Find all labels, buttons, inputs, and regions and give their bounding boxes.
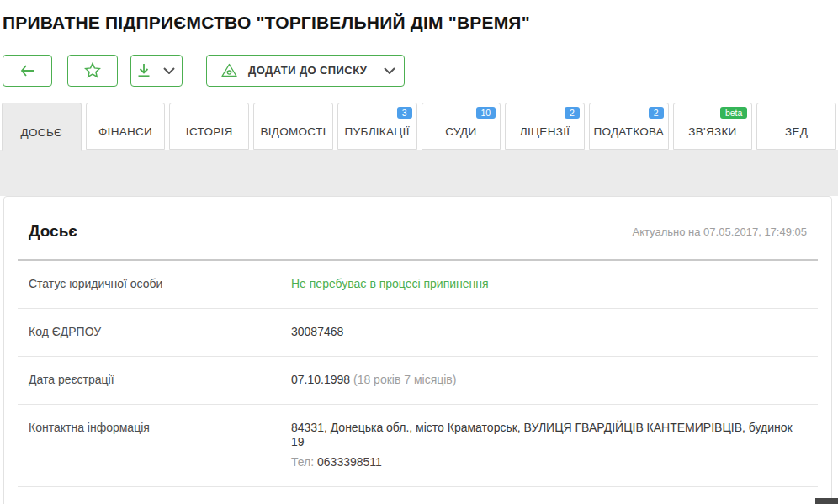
triangle-eye-icon [221, 63, 237, 77]
tab-label: ІСТОРІЯ [186, 125, 233, 138]
phone-line: Тел: 0633398511 [291, 455, 807, 470]
download-split-button [130, 55, 183, 87]
phone-label: Тел: [291, 455, 317, 469]
chevron-down-icon [163, 67, 175, 74]
count-badge: 10 [476, 107, 496, 119]
tab-courts[interactable]: 10 СУДИ [422, 103, 501, 150]
tab-label: СУДИ [445, 125, 476, 138]
tab-relations[interactable]: beta ЗВ'ЯЗКИ [673, 103, 753, 150]
download-dropdown-button[interactable] [156, 55, 182, 87]
page-title: ПРИВАТНЕ ПІДПРИЄМСТВО "ТОРГІВЕЛЬНИЙ ДІМ … [0, 0, 838, 34]
tab-label: ЗВ'ЯЗКИ [688, 125, 736, 138]
add-to-list-split-button: ДОДАТИ ДО СПИСКУ [206, 55, 405, 87]
tab-dossier[interactable]: ДОСЬЄ [2, 103, 82, 151]
edrpou-value: 30087468 [291, 325, 807, 339]
tab-history[interactable]: ІСТОРІЯ [169, 103, 249, 150]
count-badge: 3 [397, 107, 412, 119]
back-button[interactable] [3, 55, 52, 87]
row-label: Код ЄДРПОУ [29, 325, 291, 339]
date-value: 07.10.1998 [291, 373, 350, 386]
row-label: Статус юридичної особи [29, 277, 291, 291]
toolbar: ДОДАТИ ДО СПИСКУ [3, 54, 838, 87]
card-header: Досьє Актуально на 07.05.2017, 17:49:05 [18, 197, 818, 261]
row-edrpou-code: Код ЄДРПОУ 30087468 [18, 309, 818, 357]
phone-number: 0633398511 [317, 455, 382, 469]
tab-label: ДОСЬЄ [21, 126, 62, 139]
status-value: Не перебуває в процесі припинення [291, 277, 807, 291]
download-button[interactable] [131, 55, 156, 87]
row-registration-date: Дата реєстрації 07.10.1998 (18 років 7 м… [18, 357, 818, 405]
address-line: 84331, Донецька обл., місто Краматорськ,… [291, 421, 807, 449]
favorite-button[interactable] [67, 55, 118, 87]
back-arrow-icon [19, 64, 36, 77]
tab-finances[interactable]: ФІНАНСИ [86, 103, 166, 150]
tab-publications[interactable]: 3 ПУБЛІКАЦІЇ [337, 103, 417, 150]
count-badge: 2 [649, 107, 664, 119]
tab-label: ФІНАНСИ [98, 125, 152, 138]
tab-zed[interactable]: ЗЕД [756, 103, 836, 150]
tab-details[interactable]: ВІДОМОСТІ [253, 103, 333, 150]
updated-timestamp: Актуально на 07.05.2017, 17:49:05 [633, 225, 807, 238]
star-icon [84, 62, 101, 78]
row-label: Контактна інформація [29, 421, 291, 470]
tab-label: ВІДОМОСТІ [260, 125, 326, 138]
chevron-down-icon [384, 67, 395, 74]
card-title: Досьє [29, 222, 77, 241]
count-badge: 2 [565, 107, 580, 119]
row-contact-info: Контактна інформація 84331, Донецька обл… [18, 405, 818, 487]
row-authorized-persons: Уповноважені особи ІШКОВ РУСЛАН ПЕТРОВИЧ… [18, 487, 818, 504]
tab-tax[interactable]: 2 ПОДАТКОВА [589, 103, 669, 150]
add-to-list-label: ДОДАТИ ДО СПИСКУ [248, 64, 367, 77]
dossier-card: Досьє Актуально на 07.05.2017, 17:49:05 … [3, 196, 832, 504]
date-age-muted: (18 років 7 місяців) [350, 373, 456, 386]
download-icon [136, 63, 151, 78]
corner-widget-partial [815, 498, 838, 504]
tab-content-band [0, 150, 838, 196]
row-label: Дата реєстрації [29, 373, 291, 387]
row-legal-status: Статус юридичної особи Не перебуває в пр… [18, 261, 818, 309]
add-to-list-dropdown-button[interactable] [374, 55, 404, 87]
beta-badge: beta [720, 107, 747, 119]
tab-label: ПУБЛІКАЦІЇ [345, 125, 410, 138]
tab-licenses[interactable]: 2 ЛІЦЕНЗІЇ [505, 103, 585, 150]
tab-label: ЗЕД [785, 125, 808, 138]
tab-label: ЛІЦЕНЗІЇ [520, 125, 570, 138]
contact-value: 84331, Донецька обл., місто Краматорськ,… [291, 421, 807, 470]
add-to-list-button[interactable]: ДОДАТИ ДО СПИСКУ [207, 55, 374, 87]
tab-bar: ДОСЬЄ ФІНАНСИ ІСТОРІЯ ВІДОМОСТІ 3 ПУБЛІК… [2, 103, 836, 150]
registration-date-value: 07.10.1998 (18 років 7 місяців) [291, 373, 807, 387]
tab-label: ПОДАТКОВА [593, 125, 664, 138]
